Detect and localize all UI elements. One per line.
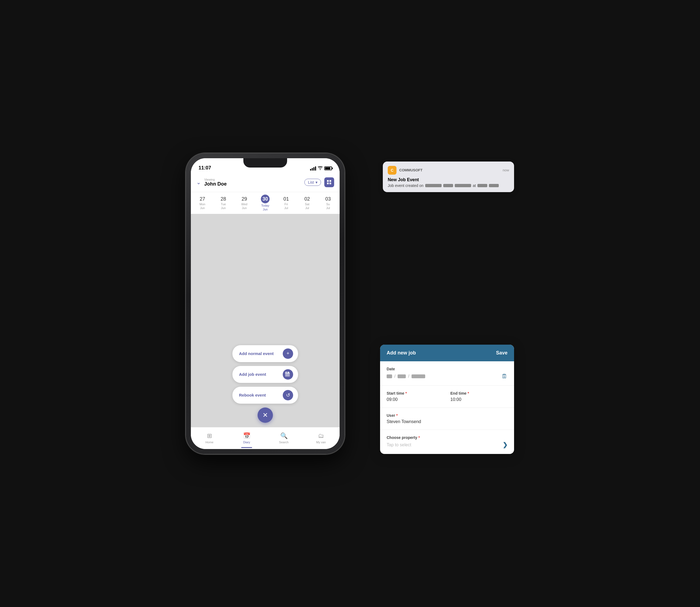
add-job-event-button[interactable]: Add job event [232,366,298,383]
nav-item-search[interactable]: 🔍 Search [265,427,303,449]
panel-title: Add new job [387,350,416,356]
notch [243,158,287,168]
calendar-icon-button[interactable]: 🗓 [501,373,508,380]
grid-view-button[interactable] [324,177,334,187]
fab-close-button[interactable]: ✕ [258,407,273,423]
nav-active-indicator [241,447,252,448]
user-required: * [396,413,397,418]
viewing-name: John Doe [204,181,301,187]
notification-card: C COMMUSOFT now New Job Event Job event … [383,162,514,192]
chevron-down-icon[interactable]: ⌄ [196,179,201,186]
user-label: User * [387,413,508,418]
nav-label-search: Search [279,441,289,444]
notification-date-redacted [425,184,441,187]
notification-year-redacted [455,184,471,187]
calendar-strip: 27 Mon Jun 28 Tue Jun 29 Wed Jun 30 Toda… [191,192,339,214]
end-time-required: * [468,391,469,396]
panel-save-button[interactable]: Save [496,350,508,356]
notification-body: Job event created on at [388,183,509,188]
svg-rect-2 [327,183,329,184]
status-time: 11:07 [199,165,211,171]
choose-property-required: * [418,435,420,440]
start-time-required: * [405,391,407,396]
svg-rect-1 [329,180,331,182]
cal-day-28[interactable]: 28 Tue Jun [213,196,234,210]
user-value[interactable]: Steven Townsend [387,419,508,424]
add-normal-event-button[interactable]: Add normal event + [232,345,298,362]
status-icons [310,166,332,171]
cal-day-30-today[interactable]: 30 Today Jun [255,194,276,211]
wifi-icon [318,166,323,171]
cal-day-27[interactable]: 27 Mon Jun [192,196,213,210]
nav-label-home: Home [205,441,213,444]
bottom-nav: ⊞ Home 📅 Diary 🔍 Search 🗂 My van [191,427,339,449]
fab-buttons: Add normal event + Add job event Rebook … [191,345,339,423]
end-time-label: End time * [450,391,508,396]
viewing-label: Viewing [204,178,301,181]
notification-at-text: at [473,183,476,188]
date-value: / / [387,374,425,379]
nav-item-my-van[interactable]: 🗂 My van [303,427,339,449]
rebook-event-icon: ↺ [283,390,293,400]
start-time-col: Start time * 09:00 [387,391,444,402]
start-time-value[interactable]: 09:00 [387,397,444,402]
notification-time2-redacted [489,184,499,187]
nav-item-home[interactable]: ⊞ Home [191,427,228,449]
end-time-value[interactable]: 10:00 [450,397,508,402]
nav-item-diary[interactable]: 📅 Diary [228,427,265,449]
list-toggle-label: List [308,180,314,185]
nav-label-diary: Diary [243,441,250,444]
cal-day-03[interactable]: 03 Su Jul [317,196,338,210]
grid-icon [327,180,332,185]
date-row: / / 🗓 [387,373,508,380]
add-job-event-label: Add job event [239,372,266,377]
user-section: User * Steven Townsend [380,408,514,430]
notification-body-text: Job event created on [388,183,424,188]
fab-close-icon: ✕ [263,411,268,419]
choose-property-section[interactable]: Choose property * Tap to select ❯ [380,430,514,454]
rebook-event-label: Rebook event [239,393,266,397]
search-icon: 🔍 [280,432,288,439]
chevron-right-icon[interactable]: ❯ [502,441,508,448]
cal-day-01[interactable]: 01 Fri Jul [275,196,297,210]
choose-property-label: Choose property * [387,435,508,440]
choose-property-row: Tap to select ❯ [387,441,508,448]
app-header: ⌄ Viewing John Doe List ▾ [191,173,339,192]
viewing-section: Viewing John Doe [204,178,301,187]
signal-bars-icon [310,166,316,170]
time-row: Start time * 09:00 End time * 10:00 [387,391,508,402]
add-job-event-icon [283,369,293,380]
rebook-event-button[interactable]: Rebook event ↺ [232,387,298,404]
time-section: Start time * 09:00 End time * 10:00 [380,385,514,408]
notification-title: New Job Event [388,177,509,182]
home-icon: ⊞ [207,432,212,439]
nav-label-my-van: My van [316,441,326,444]
end-time-col: End time * 10:00 [450,391,508,402]
phone-screen: 11:07 [191,158,339,449]
my-van-icon: 🗂 [318,432,324,439]
diary-icon: 📅 [243,432,250,439]
notification-time: now [502,168,509,172]
add-job-panel: Add new job Save Date / / 🗓 [380,344,514,454]
date-block1 [387,374,392,378]
list-toggle-button[interactable]: List ▾ [304,179,321,186]
date-section: Date / / 🗓 [380,361,514,385]
app-name: COMMUSOFT [399,168,500,172]
choose-property-placeholder: Tap to select [387,442,411,447]
cal-day-02[interactable]: 02 Sat Jul [297,196,318,210]
date-label: Date [387,367,508,371]
notification-header: C COMMUSOFT now [388,166,509,175]
phone: 11:07 [186,153,345,454]
app-icon: C [388,166,396,175]
start-time-label: Start time * [387,391,444,396]
date-block2 [397,374,406,378]
panel-body: Date / / 🗓 [380,361,514,454]
battery-icon [324,166,332,170]
panel-header: Add new job Save [380,344,514,361]
svg-rect-3 [329,183,331,184]
notification-time-redacted [477,184,487,187]
cal-day-29[interactable]: 29 Wed Jun [234,196,255,210]
notification-slash-redacted [443,184,453,187]
add-normal-event-icon: + [283,349,293,359]
battery-fill [325,167,330,169]
